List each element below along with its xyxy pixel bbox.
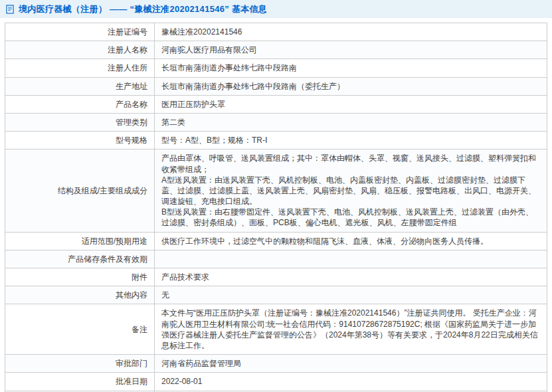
table-row-approval-department: 审批部门 河南省药品监督管理局 — [5, 355, 547, 373]
field-value: 河南驼人医疗用品有限公司 — [155, 41, 547, 59]
table-row-remarks: 备注 本文件与“医用正压防护头罩（注册证编号：豫械注准20202141546）”… — [5, 304, 547, 355]
field-value: 医用正压防护头罩 — [155, 95, 547, 113]
field-label: 注册人名称 — [5, 41, 155, 59]
table-row-intended-use: 适用范围/预期用途 供医疗工作环境中，过滤空气中的颗粒物和阻隔飞沫、血液、体液、… — [5, 232, 547, 250]
field-label: 型号规格 — [5, 132, 155, 149]
field-value: 长垣市南蒲街道办事处纬七路中段路南 — [155, 59, 547, 77]
field-label: 附件 — [5, 268, 155, 286]
table-row-storage-validity: 产品储存条件及有效期 — [5, 250, 547, 268]
table-row-approval-date: 批准日期 2022-08-01 — [5, 373, 547, 391]
field-label: 适用范围/预期用途 — [5, 232, 155, 250]
table-row-production-address: 生产地址 长垣市南蒲街道办事处纬七路中段路南（委托生产） — [5, 77, 547, 95]
table-row-attachment: 附件 产品技术要求 — [5, 268, 547, 286]
table-row-registrant-address: 注册人住所 长垣市南蒲街道办事处纬七路中段路南 — [5, 59, 547, 77]
field-value: 产品技术要求 — [155, 268, 547, 286]
table-row-product-name: 产品名称 医用正压防护头罩 — [5, 95, 547, 113]
table-row-structure-composition: 结构及组成/主要组成成分 产品由罩体、呼吸管、送风装置组成；其中：罩体由帽体、头… — [5, 149, 547, 232]
field-value — [155, 250, 547, 268]
field-label: 管理类别 — [5, 113, 155, 131]
field-label: 其他内容 — [5, 286, 155, 304]
table-row-registrant-name: 注册人名称 河南驼人医疗用品有限公司 — [5, 41, 547, 59]
field-value: 第二类 — [155, 113, 547, 131]
table-row-other-content: 其他内容 无 — [5, 286, 547, 304]
field-label: 批准日期 — [5, 373, 155, 391]
table-row-management-class: 管理类别 第二类 — [5, 113, 547, 131]
field-value: 河南省药品监督管理局 — [155, 355, 547, 373]
page-header: 境内医疗器械（注册） —— “豫械注准20202141546” 基本信息 — [0, 0, 552, 18]
document-icon — [6, 5, 15, 14]
field-label: 注册证编号 — [5, 23, 155, 41]
field-label: 生产地址 — [5, 77, 155, 95]
table-row-model-spec: 型号规格 型号：A型、B型；规格：TR-Ⅰ — [5, 132, 547, 149]
field-label: 结构及组成/主要组成成分 — [5, 149, 155, 232]
field-value: 长垣市南蒲街道办事处纬七路中段路南（委托生产） — [155, 77, 547, 95]
field-label: 产品名称 — [5, 95, 155, 113]
field-value: 产品由罩体、呼吸管、送风装置组成；其中：罩体由帽体、头罩、视窗、送风接头、过滤膜… — [155, 149, 547, 232]
field-value: 2022-08-01 — [155, 373, 547, 391]
field-label: 注册人住所 — [5, 59, 155, 77]
field-value: 本文件与“医用正压防护头罩（注册证编号：豫械注准20202141546）”注册证… — [155, 304, 547, 355]
page-title: 境内医疗器械（注册） —— “豫械注准20202141546” 基本信息 — [19, 3, 267, 15]
field-label: 审批部门 — [5, 355, 155, 373]
field-value: 豫械注准20202141546 — [155, 23, 547, 41]
field-value: 型号：A型、B型；规格：TR-Ⅰ — [155, 132, 547, 149]
field-label: 产品储存条件及有效期 — [5, 250, 155, 268]
field-value: 无 — [155, 286, 547, 304]
field-value: 供医疗工作环境中，过滤空气中的颗粒物和阻隔飞沫、血液、体液、分泌物向医务人员传播… — [155, 232, 547, 250]
table-row-cert-number: 注册证编号 豫械注准20202141546 — [5, 23, 547, 41]
field-label: 备注 — [5, 304, 155, 355]
registration-info-table: 注册证编号 豫械注准20202141546 注册人名称 河南驼人医疗用品有限公司… — [5, 23, 547, 392]
